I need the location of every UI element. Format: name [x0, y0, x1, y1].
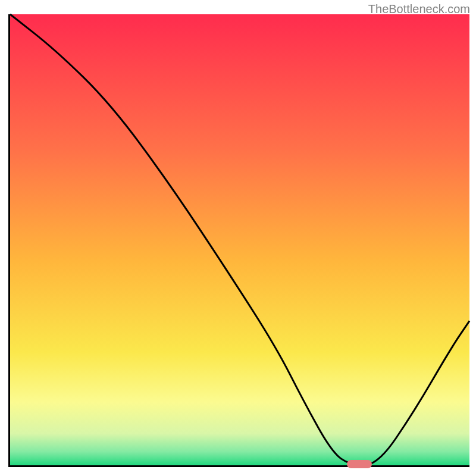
optimum-marker	[347, 460, 372, 468]
curve-layer	[10, 14, 469, 465]
plot-area	[8, 14, 469, 467]
watermark-text: TheBottleneck.com	[368, 2, 470, 16]
bottleneck-curve	[10, 14, 469, 465]
